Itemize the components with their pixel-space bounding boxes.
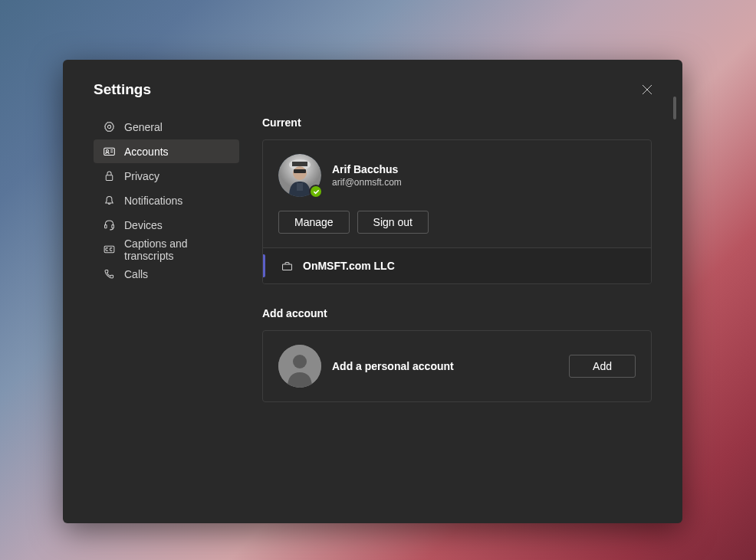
sidebar-item-accounts[interactable]: Accounts <box>94 139 239 163</box>
briefcase-icon <box>280 259 294 273</box>
add-heading: Add account <box>262 307 652 319</box>
sidebar-item-calls[interactable]: Calls <box>94 262 239 286</box>
avatar-wrapper <box>278 154 321 197</box>
close-button[interactable] <box>635 78 659 103</box>
sidebar-item-label: Privacy <box>124 170 159 182</box>
current-account-card: Arif Bacchus arif@onmsft.com Manage Sign… <box>262 139 652 284</box>
sidebar-item-label: Captions and transcripts <box>124 237 231 262</box>
modal-header: Settings <box>63 60 682 98</box>
settings-sidebar: General Accounts <box>94 115 239 493</box>
scrollbar-thumb[interactable] <box>673 97 676 120</box>
org-name: OnMSFT.com LLC <box>303 260 395 272</box>
sidebar-item-label: Devices <box>124 219 163 231</box>
svg-point-4 <box>106 150 108 152</box>
bell-icon <box>102 194 116 208</box>
svg-rect-13 <box>292 162 307 166</box>
settings-modal: Settings General <box>63 60 682 523</box>
signout-button[interactable]: Sign out <box>357 211 429 234</box>
status-available-icon <box>309 185 323 198</box>
content-area: Current <box>262 115 652 493</box>
phone-icon <box>102 267 116 281</box>
svg-rect-15 <box>294 169 306 173</box>
account-info: Arif Bacchus arif@onmsft.com <box>278 154 636 197</box>
account-actions: Manage Sign out <box>278 211 636 234</box>
account-name: Arif Bacchus <box>332 163 402 175</box>
sidebar-item-label: Notifications <box>124 195 182 207</box>
account-email: arif@onmsft.com <box>332 177 402 188</box>
svg-rect-17 <box>282 264 291 270</box>
cc-icon <box>102 243 116 257</box>
manage-button[interactable]: Manage <box>278 211 350 234</box>
add-button[interactable]: Add <box>569 355 636 378</box>
svg-rect-7 <box>106 175 113 181</box>
sidebar-item-notifications[interactable]: Notifications <box>94 188 239 212</box>
headset-icon <box>102 218 116 232</box>
sidebar-item-captions[interactable]: Captions and transcripts <box>94 237 239 261</box>
close-icon <box>642 84 652 97</box>
id-card-icon <box>102 145 116 159</box>
add-section: Add account Add a personal account <box>262 306 652 402</box>
svg-rect-3 <box>104 148 114 155</box>
sidebar-item-label: General <box>124 121 163 133</box>
account-main: Arif Bacchus arif@onmsft.com Manage Sign… <box>263 140 651 247</box>
org-row[interactable]: OnMSFT.com LLC <box>263 247 651 283</box>
sidebar-item-privacy[interactable]: Privacy <box>94 164 239 188</box>
svg-rect-16 <box>297 183 303 191</box>
current-heading: Current <box>262 116 652 129</box>
add-account-card: Add a personal account Add <box>262 330 652 402</box>
sidebar-item-label: Calls <box>124 268 148 280</box>
sidebar-item-label: Accounts <box>124 146 169 158</box>
sidebar-item-general[interactable]: General <box>94 115 239 139</box>
add-account-left: Add a personal account <box>278 345 454 388</box>
gear-icon <box>102 120 116 134</box>
account-text: Arif Bacchus arif@onmsft.com <box>332 163 402 188</box>
placeholder-avatar-icon <box>278 345 321 388</box>
svg-point-2 <box>107 125 110 128</box>
sidebar-item-devices[interactable]: Devices <box>94 213 239 237</box>
add-personal-label: Add a personal account <box>332 360 454 372</box>
modal-title: Settings <box>94 81 151 98</box>
svg-point-19 <box>293 355 307 368</box>
lock-icon <box>102 169 116 183</box>
modal-body: General Accounts <box>63 115 682 523</box>
